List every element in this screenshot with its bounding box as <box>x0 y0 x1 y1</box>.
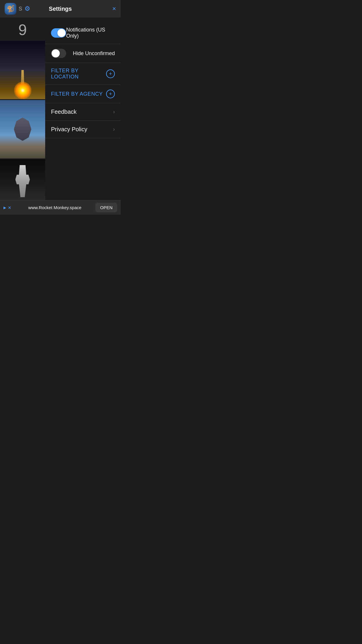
privacy-policy-label: Privacy Policy <box>51 126 87 133</box>
close-icon[interactable]: × <box>112 5 116 13</box>
filter-location-add-icon[interactable]: + <box>106 69 115 78</box>
header-s-letter: S <box>19 6 22 12</box>
starlink-image <box>0 159 45 200</box>
ad-banner: ▶ ✕ www.Rocket Monkey.space OPEN <box>0 200 121 215</box>
ad-open-button[interactable]: OPEN <box>95 203 117 212</box>
notification-badge: 9 <box>0 18 45 41</box>
privacy-policy-nav-item[interactable]: Privacy Policy › <box>45 121 121 138</box>
filter-location-label: FILTER BY LOCATION <box>51 68 106 80</box>
rocket-launch-image <box>0 41 45 99</box>
hide-unconfirmed-toggle-track[interactable] <box>51 49 66 58</box>
filter-agency-add-icon[interactable]: + <box>106 90 115 98</box>
feedback-nav-item[interactable]: Feedback › <box>45 103 121 121</box>
dragon-capsule-image <box>0 100 45 158</box>
content-area: 9 Notifications (US Only) <box>0 18 121 200</box>
filter-location-section[interactable]: FILTER BY LOCATION + <box>45 63 121 85</box>
ad-url-text: www.Rocket Monkey.space <box>14 205 95 210</box>
header-left: 🐒 S ⚙ <box>5 3 30 15</box>
header: 🐒 S ⚙ Settings × <box>0 0 121 18</box>
feedback-label: Feedback <box>51 108 77 115</box>
sidebar: 9 <box>0 18 45 200</box>
notifications-setting[interactable]: Notifications (US Only) <box>45 22 121 44</box>
filter-agency-section[interactable]: FILTER BY AGENCY + <box>45 85 121 103</box>
filter-agency-label: FILTER BY AGENCY <box>51 91 103 97</box>
notifications-toggle-track[interactable] <box>51 28 66 38</box>
app-icon: 🐒 <box>5 3 16 15</box>
page-title: Settings <box>49 6 72 12</box>
ad-play-icon: ▶ <box>3 206 6 210</box>
hide-unconfirmed-toggle[interactable] <box>51 49 66 58</box>
gear-icon: ⚙ <box>24 5 30 13</box>
hide-unconfirmed-setting[interactable]: Hide Unconfirmed <box>45 44 121 63</box>
settings-panel: Notifications (US Only) Hide Unconfirmed… <box>45 18 121 200</box>
starlink-visual <box>0 159 45 200</box>
privacy-policy-chevron-icon: › <box>113 126 115 132</box>
hide-unconfirmed-label: Hide Unconfirmed <box>73 50 115 57</box>
dragon-capsule-visual <box>0 100 45 158</box>
notifications-toggle-thumb <box>57 29 66 37</box>
notifications-label: Notifications (US Only) <box>66 27 115 39</box>
app-icon-image: 🐒 <box>5 3 16 15</box>
feedback-chevron-icon: › <box>113 109 115 115</box>
hide-unconfirmed-toggle-thumb <box>52 49 60 57</box>
notifications-toggle[interactable] <box>51 28 66 38</box>
rocket-launch-visual <box>0 41 45 99</box>
ad-close-icon[interactable]: ✕ <box>8 205 11 210</box>
